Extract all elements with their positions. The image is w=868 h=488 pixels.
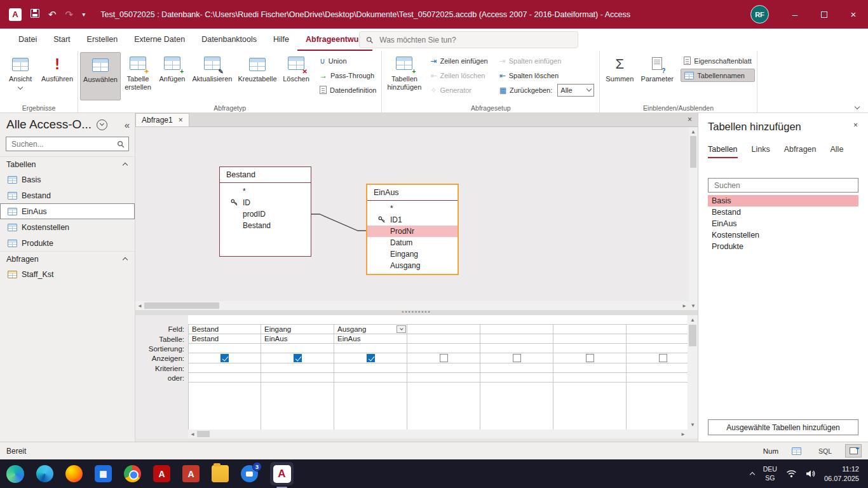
tabelle-cell[interactable]: EinAus [334,334,407,344]
scrollbar-thumb[interactable] [197,431,210,437]
field-star[interactable]: * [220,186,311,197]
field-ausgang[interactable]: Ausgang [367,260,458,271]
close-button[interactable]: × [839,0,868,29]
scroll-down-arrow[interactable]: ▼ [688,420,698,430]
oder-cell[interactable] [480,373,553,383]
oder-cell[interactable] [553,373,627,383]
oder-cell[interactable] [261,373,334,383]
access-taskbar-button[interactable]: A [270,462,294,485]
scrollbar-thumb[interactable] [689,325,696,346]
tabelle-cell[interactable]: Bestand [188,334,261,344]
panel-tab-abfragen[interactable]: Abfragen [784,145,817,158]
anfuegen-button[interactable]: + Anfügen [155,52,189,100]
scroll-right-arrow[interactable]: ► [680,301,689,310]
feld-cell[interactable] [407,324,480,334]
anzeigen-cell[interactable] [188,353,261,363]
nav-section-tabellen[interactable]: Tabellen [0,156,135,172]
pane-splitter[interactable]: ••••••••• [135,310,698,315]
panel-item-produkte[interactable]: Produkte [708,241,858,252]
access-pinned-icon[interactable]: A [182,465,200,482]
panel-item-einaus[interactable]: EinAus [708,218,858,229]
field-star[interactable]: * [367,203,458,214]
field-dropdown-button[interactable] [397,325,406,333]
kriterien-cell[interactable] [553,363,627,373]
auswaehlen-button[interactable]: Auswählen [80,52,121,100]
anzeigen-cell[interactable] [407,353,480,363]
chat-icon[interactable]: 3 [241,465,258,482]
sortierung-cell[interactable] [553,344,627,353]
kriterien-cell[interactable] [261,363,334,373]
nav-category-dropdown[interactable] [97,119,107,130]
tabelle-cell[interactable] [407,334,480,344]
sortierung-cell[interactable] [627,344,688,353]
scroll-left-arrow[interactable]: ◄ [188,430,197,438]
nav-item-staff-kst[interactable]: Staff_Kst [0,266,135,282]
kreuztabelle-button[interactable]: Kreuztabelle [235,52,280,100]
network-icon[interactable] [786,470,797,478]
anzeigen-checkbox[interactable] [586,354,594,362]
tab-erstellen[interactable]: Erstellen [79,29,126,51]
table-title[interactable]: EinAus [367,185,458,201]
folder-icon[interactable] [212,465,229,482]
nav-item-basis[interactable]: Basis [0,172,135,187]
start-button[interactable] [6,465,24,483]
tabelle-cell[interactable] [480,334,553,344]
kriterien-cell[interactable] [407,363,480,373]
anzeigen-checkbox[interactable] [367,354,375,362]
panel-tab-links[interactable]: Links [752,145,770,158]
anzeigen-checkbox[interactable] [659,354,667,362]
spalten-loeschen-button[interactable]: ⇤ Spalten löschen [496,69,598,82]
language-indicator[interactable]: DEU SG [763,465,777,482]
nav-item-produkte[interactable]: Produkte [0,235,135,251]
anzeigen-cell[interactable] [480,353,553,363]
add-selected-tables-button[interactable]: Ausgewählte Tabellen hinzufügen [708,419,858,435]
generator-button[interactable]: ✧ Generator [427,83,491,97]
tabelle-cell[interactable] [553,334,627,344]
anzeigen-checkbox[interactable] [294,354,302,362]
loeschen-button[interactable]: ✕ Löschen [280,52,313,100]
panel-tab-tabellen[interactable]: Tabellen [708,145,738,158]
anzeigen-checkbox[interactable] [220,354,229,362]
search-input[interactable] [378,35,571,45]
firefox-icon[interactable] [65,465,83,482]
scroll-up-arrow[interactable]: ▲ [689,127,698,136]
query-table-einaus[interactable]: EinAus * ID1 ProdNr Datum Eingang Ausgan… [366,184,459,275]
scroll-right-arrow[interactable]: ► [679,430,688,438]
sortierung-cell[interactable] [261,344,334,353]
tab-start[interactable]: Start [45,29,78,51]
volume-icon[interactable] [806,470,815,478]
kriterien-cell[interactable] [480,363,553,373]
edge-icon[interactable] [36,465,53,482]
tab-datei[interactable]: Datei [10,29,45,51]
tab-datenbanktools[interactable]: Datenbanktools [193,29,265,51]
save-button[interactable] [31,9,39,20]
query-table-bestand[interactable]: Bestand * ID prodID Bestand [219,166,311,257]
nav-item-einaus[interactable]: EinAus [0,203,135,219]
sortierung-cell[interactable] [407,344,480,353]
sortierung-cell[interactable] [334,344,407,353]
eigenschaftenblatt-button[interactable]: Eigenschaftenblatt [681,54,755,67]
document-close-button[interactable]: × [688,116,692,123]
feld-cell[interactable] [627,324,688,334]
sql-view-button[interactable]: SQL [815,444,835,458]
shutter-bar-collapse-button[interactable]: « [125,119,130,130]
sortierung-cell[interactable] [480,344,553,353]
anzeigen-cell[interactable] [261,353,334,363]
kriterien-cell[interactable] [627,363,688,373]
datendefinition-button[interactable]: Datendefinition [316,83,379,97]
field-id[interactable]: ID [220,197,311,208]
store-icon[interactable]: ▦ [95,465,112,482]
minimize-button[interactable]: – [780,0,810,29]
sortierung-cell[interactable] [188,344,261,353]
nav-search-input[interactable] [10,139,117,149]
datasheet-view-button[interactable] [789,444,805,458]
anzeigen-checkbox[interactable] [513,354,521,362]
scroll-down-arrow[interactable]: ▼ [689,301,698,310]
design-view-button[interactable] [845,444,862,458]
tabelle-erstellen-button[interactable]: ✦ Tabelle erstellen [121,52,155,100]
qat-customize-button[interactable]: ▾ [82,11,85,18]
account-avatar[interactable]: RF [750,5,769,24]
pass-through-button[interactable]: → Pass-Through [316,69,379,82]
scrollbar-thumb[interactable] [690,136,696,168]
field-prodid[interactable]: prodID [220,208,311,220]
